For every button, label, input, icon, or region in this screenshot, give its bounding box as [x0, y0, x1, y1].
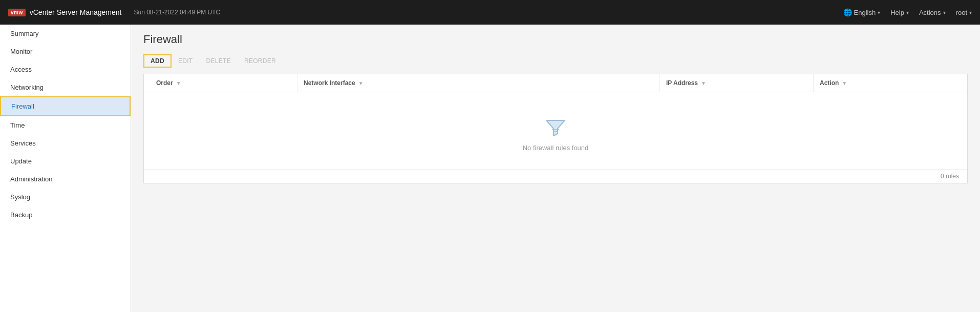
- language-label: English: [854, 9, 876, 16]
- sidebar-item-backup[interactable]: Backup: [0, 206, 131, 224]
- sidebar-item-summary[interactable]: Summary: [0, 25, 131, 43]
- sidebar-item-label: Update: [10, 157, 32, 165]
- sidebar-item-update[interactable]: Update: [0, 152, 131, 170]
- table-body: No firewall rules found: [144, 92, 967, 169]
- actions-label: Actions: [919, 9, 941, 16]
- edit-button[interactable]: EDIT: [172, 54, 200, 68]
- sidebar-item-access[interactable]: Access: [0, 60, 131, 78]
- layout: Summary Monitor Access Networking Firewa…: [0, 25, 980, 312]
- actions-menu[interactable]: Actions ▾: [919, 9, 946, 16]
- language-chevron-icon: ▾: [878, 10, 880, 15]
- datetime: Sun 08-21-2022 04:49 PM UTC: [134, 9, 221, 16]
- network-interface-filter-icon[interactable]: ▼: [358, 80, 364, 86]
- add-button[interactable]: ADD: [143, 54, 172, 68]
- actions-chevron-icon: ▾: [943, 10, 946, 15]
- table-header: Order ▼ Network Interface ▼ IP Address ▼…: [144, 74, 967, 92]
- col-ip-address: IP Address ▼: [660, 74, 814, 92]
- sidebar-item-syslog[interactable]: Syslog: [0, 188, 131, 206]
- sidebar-item-networking[interactable]: Networking: [0, 78, 131, 96]
- rules-count: 0 rules: [941, 173, 959, 180]
- user-menu[interactable]: root ▾: [956, 9, 972, 16]
- sidebar-item-label: Firewall: [11, 102, 34, 110]
- user-chevron-icon: ▾: [969, 10, 972, 15]
- main-content: Firewall ADD EDIT DELETE REORDER Order ▼…: [131, 25, 980, 312]
- sidebar-item-label: Networking: [10, 84, 44, 91]
- col-network-interface: Network Interface ▼: [297, 74, 660, 92]
- language-selector[interactable]: 🌐 English ▾: [843, 8, 881, 16]
- action-filter-icon[interactable]: ▼: [842, 80, 847, 86]
- sidebar-item-label: Monitor: [10, 48, 32, 55]
- col-ip-address-label: IP Address: [666, 79, 698, 87]
- order-filter-icon[interactable]: ▼: [176, 80, 181, 86]
- sidebar-item-label: Backup: [10, 211, 32, 219]
- user-label: root: [956, 9, 967, 16]
- col-action-label: Action: [820, 79, 839, 87]
- sidebar-item-services[interactable]: Services: [0, 134, 131, 152]
- sidebar-item-administration[interactable]: Administration: [0, 170, 131, 188]
- help-label: Help: [890, 9, 904, 16]
- sidebar-item-label: Services: [10, 139, 36, 147]
- app-title: vCenter Server Management: [30, 8, 122, 16]
- reorder-button[interactable]: REORDER: [238, 54, 283, 68]
- sidebar-item-label: Access: [10, 66, 32, 73]
- sidebar-item-monitor[interactable]: Monitor: [0, 43, 131, 60]
- col-action: Action ▼: [814, 74, 967, 92]
- sidebar-item-label: Time: [10, 121, 25, 129]
- sidebar-item-label: Administration: [10, 175, 52, 183]
- globe-icon: 🌐: [843, 8, 852, 16]
- help-menu[interactable]: Help ▾: [890, 9, 909, 16]
- header-right: 🌐 English ▾ Help ▾ Actions ▾ root ▾: [843, 8, 972, 16]
- app-header: vmw vCenter Server Management Sun 08-21-…: [0, 0, 980, 25]
- sidebar-item-time[interactable]: Time: [0, 116, 131, 134]
- help-chevron-icon: ▾: [906, 10, 909, 15]
- brand: vmw vCenter Server Management: [8, 8, 122, 16]
- sidebar-item-label: Summary: [10, 30, 39, 37]
- ip-address-filter-icon[interactable]: ▼: [701, 80, 706, 86]
- col-network-interface-label: Network Interface: [304, 79, 355, 87]
- col-order: Order ▼: [144, 74, 297, 92]
- page-title: Firewall: [143, 33, 968, 46]
- sidebar-item-label: Syslog: [10, 193, 30, 201]
- page-header: Firewall: [131, 25, 980, 54]
- table-footer: 0 rules: [144, 169, 967, 183]
- empty-message: No firewall rules found: [523, 144, 589, 152]
- toolbar: ADD EDIT DELETE REORDER: [131, 54, 980, 74]
- delete-button[interactable]: DELETE: [199, 54, 237, 68]
- sidebar: Summary Monitor Access Networking Firewa…: [0, 25, 131, 312]
- sidebar-item-firewall[interactable]: Firewall: [0, 96, 131, 116]
- vmw-logo: vmw: [8, 9, 26, 16]
- empty-state-funnel-icon: [543, 115, 568, 140]
- col-order-label: Order: [156, 79, 173, 87]
- firewall-table: Order ▼ Network Interface ▼ IP Address ▼…: [143, 74, 968, 183]
